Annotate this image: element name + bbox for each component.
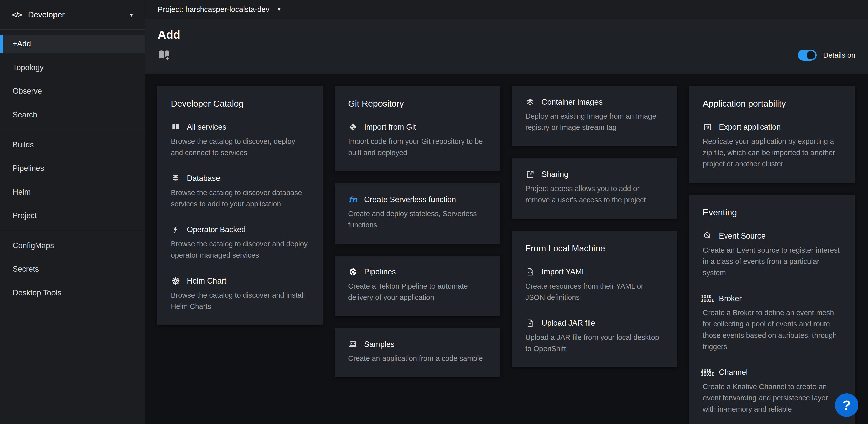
item-description: Deploy an existing Image from an Image r… [525, 111, 664, 133]
item-label-database[interactable]: Database [187, 174, 220, 183]
fn-icon: fn [348, 195, 358, 204]
chevron-down-icon: ▾ [278, 6, 280, 12]
add-action-event-source: Event SourceCreate an Event source to re… [703, 231, 841, 279]
add-action-helm-chart: ☸Helm ChartBrowse the catalog to discove… [171, 277, 309, 312]
item-label-container-images[interactable]: Container images [541, 97, 602, 107]
sidebar-item-topology[interactable]: Topology [0, 58, 145, 77]
laptop-code-icon [348, 340, 358, 348]
item-label-upload-jar-file[interactable]: Upload JAR file [541, 319, 595, 328]
item-description: Project access allows you to add or remo… [525, 183, 664, 205]
details-switch[interactable] [798, 50, 816, 61]
item-label-create-serverless-function[interactable]: Create Serverless function [364, 195, 456, 204]
item-label-broker[interactable]: Broker [719, 294, 742, 303]
chevron-down-icon: ▾ [130, 11, 133, 18]
card-title: From Local Machine [525, 243, 664, 253]
sidebar-item-search[interactable]: Search [0, 106, 145, 124]
event-source-icon [703, 232, 712, 240]
card-pipelines: PipelinesCreate a Tekton Pipeline to aut… [335, 256, 500, 316]
card-samples: SamplesCreate an application from a code… [335, 328, 500, 377]
item-description: Import code from your Git repository to … [348, 136, 487, 158]
database-icon [171, 174, 180, 183]
sidebar-item-helm[interactable]: Helm [0, 183, 145, 201]
card-column-1: Developer CatalogAll servicesBrowse the … [157, 86, 323, 325]
sidebar-nav: </> Developer ▾ +AddTopologyObserveSearc… [0, 0, 145, 424]
card-container-images: Container imagesDeploy an existing Image… [512, 86, 677, 146]
add-action-import-yaml: Import YAMLCreate resources from their Y… [525, 267, 664, 303]
item-description: Create a Tekton Pipeline to automate del… [348, 281, 487, 303]
add-action-channel: IOIO IIOIIChannelCreate a Knative Channe… [703, 368, 841, 415]
sidebar-item-pipelines[interactable]: Pipelines [0, 159, 145, 178]
item-label-samples[interactable]: Samples [364, 340, 395, 349]
page-title: Add [158, 28, 856, 41]
project-selector[interactable]: Project: harshcasper-localsta-dev ▾ [145, 0, 868, 19]
sidebar-nav-group-3: ConfigMapsSecretsDesktop Tools [0, 231, 145, 308]
item-description: Create resources from their YAML or JSON… [525, 281, 664, 303]
tekton-icon [348, 268, 358, 276]
sidebar-item-configmaps[interactable]: ConfigMaps [0, 236, 145, 255]
card-application-portability: Application portabilityExport applicatio… [689, 86, 855, 183]
card-column-3: Container imagesDeploy an existing Image… [512, 86, 677, 367]
book-plus-icon[interactable] [158, 49, 171, 62]
sidebar-nav-list: +AddTopologyObserveSearchBuildsPipelines… [0, 30, 145, 424]
sidebar-item-builds[interactable]: Builds [0, 136, 145, 154]
card-title: Developer Catalog [171, 98, 309, 109]
item-label-pipelines[interactable]: Pipelines [364, 267, 396, 277]
perspective-switcher[interactable]: </> Developer ▾ [0, 0, 145, 30]
export-icon [703, 123, 712, 132]
file-code-icon [525, 268, 535, 276]
code-icon: </> [12, 10, 21, 19]
card-developer-catalog: Developer CatalogAll servicesBrowse the … [157, 86, 323, 325]
add-action-export-application: Export applicationReplicate your applica… [703, 123, 841, 170]
item-label-all-services[interactable]: All services [187, 123, 226, 132]
add-action-pipelines: PipelinesCreate a Tekton Pipeline to aut… [348, 267, 487, 303]
item-label-event-source[interactable]: Event Source [719, 231, 766, 241]
sidebar-item-project[interactable]: Project [0, 206, 145, 225]
git-icon [348, 123, 358, 132]
layers-icon [525, 98, 535, 106]
help-button[interactable]: ? [835, 393, 859, 417]
item-description: Create an Event source to register inter… [703, 245, 841, 279]
sidebar-nav-group-2: BuildsPipelinesHelmProject [0, 130, 145, 231]
item-label-helm-chart[interactable]: Helm Chart [187, 277, 226, 285]
add-action-sharing: SharingProject access allows you to add … [525, 170, 664, 205]
card-title: Application portability [703, 98, 841, 109]
item-description: Browse the catalog to discover and deplo… [171, 238, 309, 261]
item-description: Browse the catalog to discover database … [171, 187, 309, 209]
item-description: Browse the catalog to discover and insta… [171, 289, 309, 312]
project-selector-label: Project: harshcasper-localsta-dev [158, 5, 270, 13]
card-git-repository: Git RepositoryImport from GitImport code… [335, 86, 500, 171]
share-icon [525, 170, 535, 179]
card-column-4: Application portabilityExport applicatio… [689, 86, 855, 424]
add-action-samples: SamplesCreate an application from a code… [348, 340, 487, 364]
add-action-create-serverless-function: fnCreate Serverless functionCreate and d… [348, 195, 487, 231]
details-toggle-group: Details on [798, 50, 856, 61]
item-description: Replicate your application by exporting … [703, 136, 841, 170]
sidebar-item-secrets[interactable]: Secrets [0, 260, 145, 279]
item-label-operator-backed[interactable]: Operator Backed [187, 225, 246, 234]
item-label-import-yaml[interactable]: Import YAML [541, 267, 586, 277]
item-label-sharing[interactable]: Sharing [541, 170, 568, 179]
item-description: Create an application from a code sample [348, 353, 487, 364]
item-description: Create a Broker to define an event mesh … [703, 307, 841, 352]
sidebar-item-add[interactable]: +Add [0, 35, 145, 53]
item-label-channel[interactable]: Channel [719, 368, 748, 377]
sidebar-item-observe[interactable]: Observe [0, 82, 145, 101]
page-header: Add Details on [145, 19, 868, 74]
book-icon [171, 123, 180, 132]
helm-icon: ☸ [171, 277, 180, 285]
item-label-export-application[interactable]: Export application [719, 123, 781, 132]
card-eventing: EventingEvent SourceCreate an Event sour… [689, 195, 855, 424]
item-description: Upload a JAR file from your local deskto… [525, 332, 664, 355]
add-page-cards: Developer CatalogAll servicesBrowse the … [145, 74, 868, 424]
binary-icon: IOIO IIOII [703, 295, 712, 302]
card-create-serverless-function: fnCreate Serverless functionCreate and d… [335, 183, 500, 244]
item-description: Create a Knative Channel to create an ev… [703, 381, 841, 415]
item-label-import-from-git[interactable]: Import from Git [364, 123, 416, 132]
item-description: Browse the catalog to discover, deploy a… [171, 136, 309, 158]
add-action-import-from-git: Import from GitImport code from your Git… [348, 123, 487, 158]
add-action-database: DatabaseBrowse the catalog to discover d… [171, 174, 309, 209]
binary-icon: IOIO IIOII [703, 369, 712, 376]
card-sharing: SharingProject access allows you to add … [512, 158, 677, 219]
sidebar-item-desktop-tools[interactable]: Desktop Tools [0, 283, 145, 302]
add-action-upload-jar-file: Upload JAR fileUpload a JAR file from yo… [525, 319, 664, 355]
